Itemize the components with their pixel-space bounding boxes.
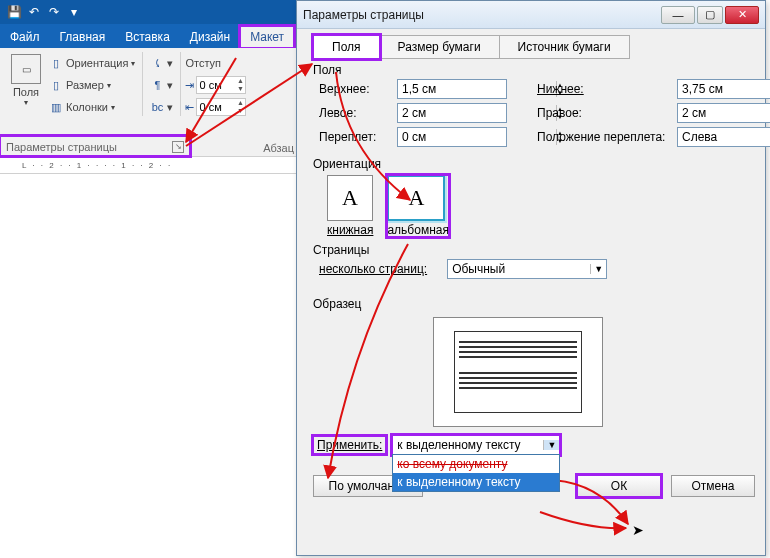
ribbon-layout: ▭ Поля ▾ ▯Ориентация▾ ▯Размер▾ ▥Колонки▾…	[0, 48, 300, 156]
multipages-label: несколько страниц:	[319, 262, 427, 276]
indent-heading: Отступ	[185, 52, 246, 74]
ok-button[interactable]: ОК	[577, 475, 661, 497]
portrait-icon: A	[327, 175, 373, 221]
separator	[142, 52, 143, 116]
tab-file[interactable]: Файл	[0, 26, 50, 48]
redo-icon[interactable]: ↷	[44, 3, 64, 21]
preview-box	[433, 317, 603, 427]
indent-left-icon: ⇥	[185, 79, 194, 92]
right-margin-input[interactable]: ▲▼	[677, 103, 770, 123]
top-margin-label: Верхнее:	[319, 82, 397, 96]
landscape-icon: A	[387, 175, 445, 221]
apply-opt-selection[interactable]: к выделенному тексту	[393, 473, 559, 491]
preview-page	[454, 331, 582, 413]
indent-right-input[interactable]: ▲▼	[196, 98, 246, 116]
dialog-title: Параметры страницы	[303, 8, 659, 22]
bottom-margin-input[interactable]: ▲▼	[677, 79, 770, 99]
cancel-button[interactable]: Отмена	[671, 475, 755, 497]
margins-section-heading: Поля	[313, 63, 755, 77]
gutter-pos-label: Положение переплета:	[537, 130, 677, 144]
minimize-button[interactable]: —	[661, 6, 695, 24]
quick-access-toolbar: 💾 ↶ ↷ ▾	[0, 0, 300, 24]
size-button[interactable]: ▯Размер▾	[46, 77, 114, 93]
page-setup-launcher[interactable]: ↘	[172, 141, 184, 153]
pages-heading: Страницы	[313, 243, 755, 257]
page-setup-dialog: Параметры страницы — ▢ ✕ Поля Размер бум…	[296, 0, 766, 556]
orientation-icon: ▯	[49, 56, 63, 70]
orientation-landscape[interactable]: A альбомная	[387, 175, 449, 237]
help-button[interactable]: ▢	[697, 6, 723, 24]
orientation-button[interactable]: ▯Ориентация▾	[46, 55, 138, 71]
breaks-button[interactable]: ⤹▾	[147, 55, 176, 71]
apply-to-dropdown: ко всему документу к выделенному тексту	[392, 454, 560, 492]
mouse-cursor-icon: ➤	[632, 522, 644, 538]
close-button[interactable]: ✕	[725, 6, 759, 24]
ribbon-tabs: Файл Главная Вставка Дизайн Макет Ссы	[0, 24, 300, 48]
tab-home[interactable]: Главная	[50, 26, 116, 48]
multipages-combo[interactable]: Обычный▼	[447, 259, 607, 279]
preview-heading: Образец	[313, 297, 755, 311]
word-window: 💾 ↶ ↷ ▾ Файл Главная Вставка Дизайн Маке…	[0, 0, 300, 558]
breaks-icon: ⤹	[150, 56, 164, 70]
dialog-titlebar[interactable]: Параметры страницы — ▢ ✕	[297, 1, 765, 29]
margins-label: Поля	[6, 86, 46, 98]
qat-more-icon[interactable]: ▾	[64, 3, 84, 21]
indent-right-icon: ⇤	[185, 101, 194, 114]
separator	[180, 52, 181, 116]
apply-to-label: Применить:	[313, 436, 386, 454]
indent-left-input[interactable]: ▲▼	[196, 76, 246, 94]
apply-to-combo[interactable]: к выделенному тексту▼	[392, 435, 560, 455]
gutter-input[interactable]: ▲▼	[397, 127, 507, 147]
orientation-portrait[interactable]: A книжная	[327, 175, 373, 237]
hyphenation-icon: bc	[150, 100, 164, 114]
save-icon[interactable]: 💾	[4, 3, 24, 21]
apply-opt-all[interactable]: ко всему документу	[393, 455, 559, 473]
tab-design[interactable]: Дизайн	[180, 26, 240, 48]
undo-icon[interactable]: ↶	[24, 3, 44, 21]
paragraph-group-label: Абзац	[263, 142, 294, 154]
left-margin-label: Левое:	[319, 106, 397, 120]
page-setup-group-label: Параметры страницы ↘	[0, 136, 190, 156]
hyphenation-button[interactable]: bc▾	[147, 99, 176, 115]
tab-insert[interactable]: Вставка	[115, 26, 180, 48]
tab-margins[interactable]: Поля	[313, 35, 380, 59]
bottom-margin-label: Нижнее:	[537, 82, 677, 96]
tab-layout[interactable]: Макет	[240, 26, 294, 48]
gutter-pos-combo[interactable]: Слева▼	[677, 127, 770, 147]
top-margin-input[interactable]: ▲▼	[397, 79, 507, 99]
tab-source[interactable]: Источник бумаги	[499, 35, 630, 59]
gutter-label: Переплет:	[319, 130, 397, 144]
linenumbers-icon: ¶	[150, 78, 164, 92]
horizontal-ruler[interactable]: L · · 2 · · 1 · · · · 1 · · 2 · ·	[0, 156, 300, 174]
margins-button[interactable]: ▭ Поля ▾	[6, 52, 46, 118]
left-margin-input[interactable]: ▲▼	[397, 103, 507, 123]
linenumbers-button[interactable]: ¶▾	[147, 77, 176, 93]
columns-button[interactable]: ▥Колонки▾	[46, 99, 118, 115]
margins-icon: ▭	[11, 54, 41, 84]
columns-icon: ▥	[49, 100, 63, 114]
tab-paper[interactable]: Размер бумаги	[379, 35, 500, 59]
size-icon: ▯	[49, 78, 63, 92]
dialog-tabs: Поля Размер бумаги Источник бумаги	[313, 35, 755, 59]
orientation-heading: Ориентация	[313, 157, 755, 171]
right-margin-label: Правое:	[537, 106, 677, 120]
